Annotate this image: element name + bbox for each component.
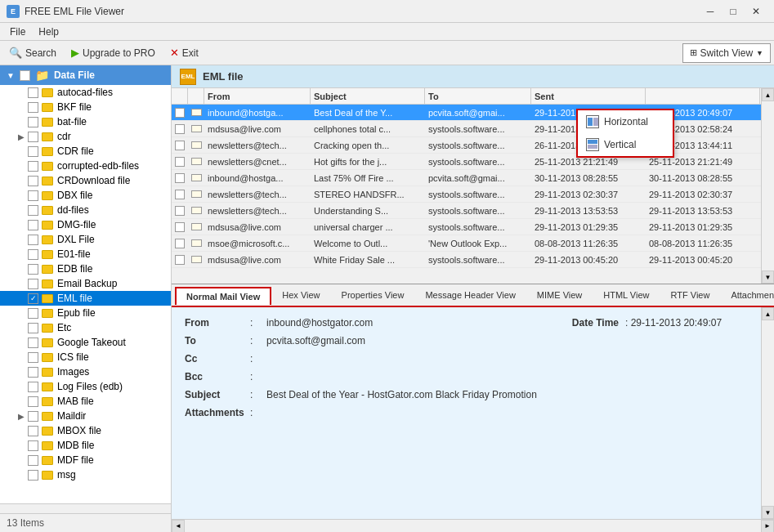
tree-checkbox-26[interactable] [28, 470, 38, 481]
email-checkbox-5[interactable] [172, 190, 188, 199]
sidebar-item-9[interactable]: DMG-file [0, 217, 171, 232]
tree-checkbox-15[interactable] [28, 308, 38, 319]
view-tab-properties-view[interactable]: Properties View [331, 286, 415, 304]
sidebar-item-16[interactable]: Etc [0, 320, 171, 335]
menu-file[interactable]: File [3, 25, 32, 39]
col-header-sent[interactable]: Sent [531, 88, 646, 104]
hscroll-right-arrow[interactable]: ► [761, 520, 774, 533]
detail-vscroll[interactable]: ▲ ▼ [761, 307, 774, 519]
sidebar-checkbox[interactable] [20, 70, 30, 81]
email-checkbox-9[interactable] [172, 255, 188, 265]
tree-checkbox-12[interactable] [28, 264, 38, 275]
sidebar-item-25[interactable]: MDF file [0, 453, 171, 467]
sidebar-item-3[interactable]: ▶cdr [0, 129, 171, 144]
minimize-button[interactable]: ─ [699, 3, 722, 20]
sidebar-item-15[interactable]: Epub file [0, 306, 171, 320]
tree-checkbox-5[interactable] [28, 161, 38, 172]
tree-checkbox-10[interactable] [28, 235, 38, 245]
view-tab-html-view[interactable]: HTML View [593, 286, 660, 304]
tree-checkbox-2[interactable] [28, 117, 38, 127]
tree-checkbox-8[interactable] [28, 205, 38, 216]
upgrade-button[interactable]: ▶ Upgrade to PRO [65, 44, 161, 61]
tree-checkbox-17[interactable] [28, 338, 38, 348]
tree-checkbox-0[interactable] [28, 87, 38, 98]
tree-checkbox-23[interactable] [28, 426, 38, 436]
sidebar-item-0[interactable]: autocad-files [0, 85, 171, 100]
vertical-option[interactable]: Vertical [578, 133, 673, 156]
tree-checkbox-9[interactable] [28, 220, 38, 230]
close-button[interactable]: ✕ [745, 3, 767, 20]
sidebar-item-2[interactable]: bat-file [0, 114, 171, 129]
email-list-vscroll[interactable]: ▲ ▼ [761, 88, 774, 284]
detail-vscroll-up[interactable]: ▲ [762, 307, 774, 320]
email-checkbox-6[interactable] [172, 206, 188, 216]
email-row-9[interactable]: mdsusa@live.comWhite Friday Sale ...syst… [172, 252, 761, 268]
view-tab-normal-mail-view[interactable]: Normal Mail View [175, 287, 271, 305]
view-tab-mime-view[interactable]: MIME View [526, 286, 593, 304]
email-row-8[interactable]: msoe@microsoft.c...Welcome to Outl...'Ne… [172, 235, 761, 252]
sidebar-item-21[interactable]: MAB file [0, 394, 171, 409]
tree-checkbox-1[interactable] [28, 102, 38, 113]
tree-checkbox-7[interactable] [28, 190, 38, 201]
email-row-5[interactable]: newsletters@tech...STEREO HANDSFR...syst… [172, 186, 761, 203]
email-checkbox-3[interactable] [172, 157, 188, 167]
tree-checkbox-14[interactable]: ✓ [28, 293, 38, 304]
maximize-button[interactable]: □ [722, 3, 745, 20]
tree-checkbox-19[interactable] [28, 367, 38, 378]
sidebar-item-8[interactable]: dd-files [0, 203, 171, 217]
email-checkbox-2[interactable] [172, 141, 188, 150]
sidebar-item-10[interactable]: DXL File [0, 232, 171, 247]
tree-checkbox-25[interactable] [28, 455, 38, 466]
tree-checkbox-13[interactable] [28, 279, 38, 289]
search-button[interactable]: 🔍 Search [3, 44, 62, 61]
email-checkbox-1[interactable] [172, 124, 188, 134]
tree-checkbox-21[interactable] [28, 396, 38, 407]
sidebar-item-5[interactable]: corrupted-edb-files [0, 159, 171, 173]
sidebar-hscrollbar[interactable] [0, 503, 171, 513]
email-checkbox-4[interactable] [172, 173, 188, 183]
view-tab-hex-view[interactable]: Hex View [271, 286, 330, 304]
tree-toggle-3[interactable]: ▶ [16, 132, 26, 141]
col-header-recv[interactable] [646, 88, 760, 104]
sidebar-item-6[interactable]: CRDownload file [0, 173, 171, 188]
sidebar-item-24[interactable]: MDB file [0, 438, 171, 453]
col-header-subject[interactable]: Subject [311, 88, 425, 104]
sidebar-item-12[interactable]: EDB file [0, 262, 171, 276]
sidebar-item-19[interactable]: Images [0, 364, 171, 379]
view-tab-message-header-view[interactable]: Message Header View [414, 286, 526, 304]
col-header-from[interactable]: From [204, 88, 311, 104]
vscroll-down-arrow[interactable]: ▼ [762, 270, 774, 284]
email-row-4[interactable]: inbound@hostga...Last 75% Off Fire ...pc… [172, 170, 761, 186]
tree-checkbox-20[interactable] [28, 382, 38, 392]
switch-view-button[interactable]: ⊞ Switch View ▼ [682, 43, 771, 63]
vscroll-track[interactable] [762, 101, 774, 270]
exit-button[interactable]: ✕ Exit [164, 44, 204, 61]
col-header-to[interactable]: To [425, 88, 531, 104]
sidebar-item-23[interactable]: MBOX file [0, 423, 171, 438]
email-checkbox-7[interactable] [172, 222, 188, 232]
tree-toggle-22[interactable]: ▶ [16, 411, 26, 421]
sidebar-item-17[interactable]: Google Takeout [0, 335, 171, 350]
tree-checkbox-16[interactable] [28, 323, 38, 333]
sidebar-item-11[interactable]: E01-file [0, 247, 171, 262]
horizontal-option[interactable]: Horizontal [578, 110, 673, 133]
detail-vscroll-down[interactable]: ▼ [762, 506, 774, 519]
hscroll-left-arrow[interactable]: ◄ [172, 520, 185, 533]
view-tab-attachments[interactable]: Attachments [720, 286, 774, 304]
email-checkbox-8[interactable] [172, 239, 188, 248]
sidebar-item-13[interactable]: Email Backup [0, 276, 171, 291]
sidebar-item-22[interactable]: ▶Maildir [0, 409, 171, 423]
sidebar-item-26[interactable]: msg [0, 467, 171, 482]
tree-checkbox-3[interactable] [28, 132, 38, 142]
tree-checkbox-11[interactable] [28, 249, 38, 260]
tree-checkbox-4[interactable] [28, 146, 38, 157]
sidebar-item-14[interactable]: ✓EML file [0, 291, 171, 306]
tree-checkbox-22[interactable] [28, 411, 38, 422]
menu-help[interactable]: Help [32, 25, 65, 39]
tree-checkbox-18[interactable] [28, 352, 38, 363]
sidebar-item-4[interactable]: CDR file [0, 144, 171, 159]
vscroll-up-arrow[interactable]: ▲ [762, 88, 774, 101]
sidebar-item-7[interactable]: DBX file [0, 188, 171, 203]
view-tab-rtf-view[interactable]: RTF View [660, 286, 721, 304]
tree-checkbox-6[interactable] [28, 176, 38, 186]
